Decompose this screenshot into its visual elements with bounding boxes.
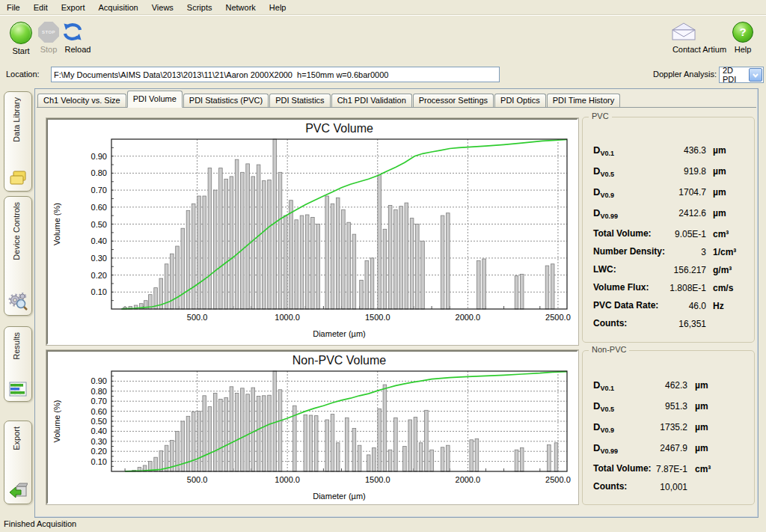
svg-text:500.0: 500.0 <box>187 313 208 322</box>
tab-pdi-statistics[interactable]: PDI Statistics <box>269 94 330 107</box>
svg-text:0.80: 0.80 <box>91 168 107 177</box>
pvc-stats-group: PVC DV0.1436.3µm DV0.5919.8µm DV0.91704.… <box>582 117 755 343</box>
pvc-volume-chart: 0.100.200.300.400.500.600.700.800.90500.… <box>46 118 578 345</box>
svg-text:Diameter (µm): Diameter (µm) <box>313 329 366 338</box>
menu-file[interactable]: File <box>0 1 27 13</box>
device-controls-label: Device Controls <box>12 202 21 260</box>
svg-text:2500.0: 2500.0 <box>545 313 571 322</box>
svg-text:0.50: 0.50 <box>91 220 107 229</box>
svg-text:2000.0: 2000.0 <box>456 475 481 484</box>
menu-views[interactable]: Views <box>145 1 180 13</box>
svg-text:0.90: 0.90 <box>91 152 107 161</box>
menu-edit[interactable]: Edit <box>27 1 55 13</box>
svg-text:PVC Volume: PVC Volume <box>305 122 373 135</box>
start-icon <box>10 22 32 44</box>
svg-text:Diameter (µm): Diameter (µm) <box>313 492 366 501</box>
menu-network[interactable]: Network <box>218 1 262 13</box>
svg-text:0.20: 0.20 <box>91 447 107 456</box>
svg-text:0.90: 0.90 <box>91 376 107 385</box>
stat-row-counts: Counts:10,001 <box>583 478 754 496</box>
data-library-label: Data Library <box>12 97 21 142</box>
menu-scripts[interactable]: Scripts <box>180 1 219 13</box>
tab-pdi-time-history[interactable]: PDI Time History <box>547 94 621 107</box>
svg-text:0.20: 0.20 <box>91 271 107 280</box>
sidebar-item-export[interactable]: Export <box>4 421 32 504</box>
location-input[interactable] <box>51 67 500 82</box>
stat-row-dv09: DV0.91735.2µm <box>583 418 754 439</box>
doppler-analysis-select[interactable]: 2D PDI <box>719 67 764 83</box>
folders-icon <box>8 170 28 186</box>
svg-text:0.30: 0.30 <box>91 437 107 446</box>
stat-row-pvc-data-rate: PVC Data Rate:46.0Hz <box>583 297 754 315</box>
svg-text:Non-PVC Volume: Non-PVC Volume <box>292 354 386 367</box>
help-label: Help <box>729 45 757 54</box>
stat-row-number-density: Number Density:31/cm³ <box>583 243 754 261</box>
doppler-analysis-value: 2D PDI <box>720 66 748 84</box>
stat-row-dv05: DV0.5919.8µm <box>583 162 754 183</box>
stat-row-dv01: DV0.1436.3µm <box>583 141 754 162</box>
stat-row-dv099: DV0.992412.6µm <box>583 204 754 225</box>
export-label: Export <box>12 426 21 450</box>
menu-help[interactable]: Help <box>263 1 293 13</box>
svg-text:1500.0: 1500.0 <box>365 313 390 322</box>
svg-text:Volume (%): Volume (%) <box>52 203 61 245</box>
tab-page-panel: Ch1 Velocity vs. Size PDI Volume PDI Sta… <box>34 88 759 518</box>
reload-button[interactable]: Reload <box>61 22 94 54</box>
tab-processor-settings[interactable]: Processor Settings <box>413 94 494 107</box>
stat-row-total-volume: Total Volume:7.87E-1cm³ <box>583 460 754 478</box>
non-pvc-group-title: Non-PVC <box>589 345 629 354</box>
sidebar-item-results[interactable]: Results <box>4 326 32 402</box>
contact-artium-label: Contact Artium <box>670 45 729 54</box>
status-text: Finished Acquisition <box>4 519 76 528</box>
location-label: Location: <box>6 70 40 79</box>
start-button[interactable]: Start <box>6 22 36 55</box>
tab-ch1-pdi-validation[interactable]: Ch1 PDI Validation <box>331 94 412 107</box>
stat-row-lwc: LWC:156.217g/m³ <box>583 261 754 279</box>
menu-acquisition[interactable]: Acquisition <box>92 1 145 13</box>
stat-row-counts: Counts:16,351 <box>583 315 754 333</box>
svg-text:0.80: 0.80 <box>91 387 107 396</box>
svg-text:0.70: 0.70 <box>91 397 107 406</box>
reload-icon <box>61 22 94 43</box>
stat-row-dv099: DV0.992467.9µm <box>583 439 754 460</box>
stop-icon: STOP <box>38 22 59 43</box>
reload-label: Reload <box>61 45 94 54</box>
svg-text:0.60: 0.60 <box>91 407 107 416</box>
stat-row-dv01: DV0.1462.3µm <box>583 376 754 397</box>
tab-pdi-statistics-pvc[interactable]: PDI Statistics (PVC) <box>183 94 269 107</box>
non-pvc-volume-chart: 0.100.200.300.400.500.600.700.800.90500.… <box>46 350 578 504</box>
stop-label: Stop <box>35 45 62 54</box>
svg-text:0.40: 0.40 <box>91 426 107 435</box>
start-label: Start <box>6 46 36 55</box>
app-window: File Edit Export Acquisition Views Scrip… <box>0 0 766 532</box>
menu-bar: File Edit Export Acquisition Views Scrip… <box>0 0 766 15</box>
contact-artium-button[interactable]: Contact Artium <box>670 22 729 54</box>
stat-row-dv09: DV0.91704.7µm <box>583 183 754 204</box>
svg-text:0.60: 0.60 <box>91 203 107 212</box>
tab-pdi-optics[interactable]: PDI Optics <box>494 94 546 107</box>
stat-row-total-volume: Total Volume:9.05E-1cm³ <box>583 225 754 243</box>
sidebar-item-device-controls[interactable]: Device Controls <box>4 196 32 316</box>
svg-text:2500.0: 2500.0 <box>545 475 571 484</box>
envelope-icon <box>670 22 729 43</box>
svg-text:0.50: 0.50 <box>91 417 107 426</box>
svg-text:0.40: 0.40 <box>91 236 107 245</box>
pvc-group-title: PVC <box>589 111 612 120</box>
doppler-analysis-label: Doppler Analysis: <box>643 70 717 79</box>
stop-button[interactable]: STOP Stop <box>35 22 62 54</box>
svg-text:Volume (%): Volume (%) <box>52 400 61 443</box>
stat-row-dv05: DV0.5951.3µm <box>583 397 754 418</box>
help-icon: ? <box>732 22 753 43</box>
help-button[interactable]: ? Help <box>729 22 757 54</box>
menu-export[interactable]: Export <box>55 1 92 13</box>
results-chart-icon <box>9 382 27 397</box>
tab-ch1-velocity-vs-size[interactable]: Ch1 Velocity vs. Size <box>37 94 126 107</box>
results-label: Results <box>12 332 21 360</box>
chevron-down-icon[interactable] <box>749 68 762 82</box>
tab-pdi-volume[interactable]: PDI Volume <box>127 91 183 108</box>
svg-text:0.30: 0.30 <box>91 254 107 263</box>
sidebar-item-data-library[interactable]: Data Library <box>4 91 32 192</box>
svg-text:500.0: 500.0 <box>187 475 208 484</box>
tab-strip: Ch1 Velocity vs. Size PDI Volume PDI Sta… <box>37 91 756 108</box>
svg-text:0.10: 0.10 <box>91 457 107 466</box>
